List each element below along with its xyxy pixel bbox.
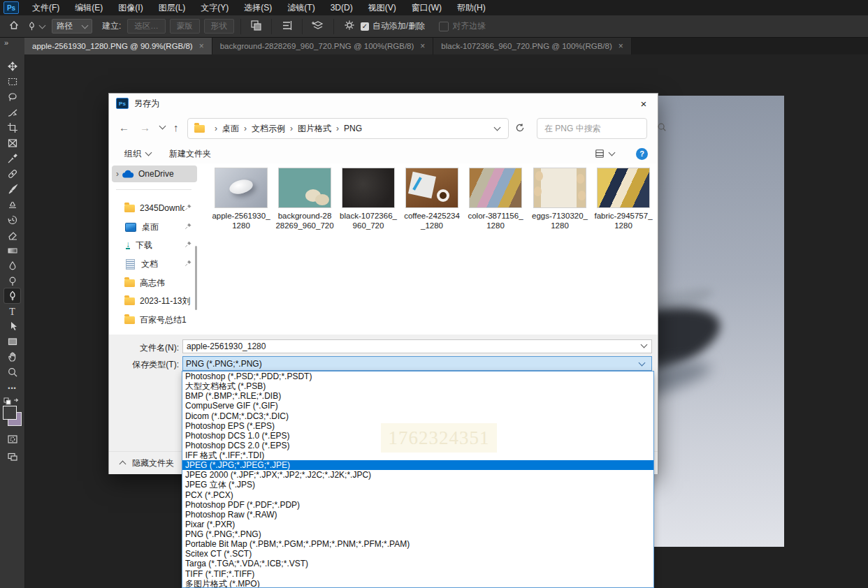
path-arrangement-icon[interactable] [312, 20, 324, 34]
format-option-dcs2[interactable]: Photoshop DCS 2.0 (*.EPS) [182, 441, 653, 450]
frame-tool-icon[interactable] [4, 135, 20, 150]
sidebar-item-2023-11-13[interactable]: 2023-11-13刘 [112, 293, 197, 309]
format-option-targa[interactable]: Targa (*.TGA;*.VDA;*.ICB;*.VST) [182, 559, 653, 568]
foreground-color-swatch[interactable] [3, 406, 17, 420]
marquee-tool-icon[interactable] [4, 74, 20, 89]
menu-image[interactable]: 图像(I) [110, 0, 150, 15]
pen-tool-icon[interactable] [4, 288, 20, 303]
search-input[interactable] [537, 124, 657, 133]
close-icon[interactable]: × [619, 41, 623, 51]
menu-view[interactable]: 视图(V) [361, 0, 404, 15]
hand-tool-icon[interactable] [4, 349, 20, 364]
eyedropper-tool-icon[interactable] [4, 151, 20, 166]
path-alignment-icon[interactable] [281, 20, 293, 34]
eraser-tool-icon[interactable] [4, 228, 20, 242]
breadcrumb-doc-samples[interactable]: 文档示例 [252, 123, 285, 135]
file-item-black[interactable]: black-1072366_ 960_720 [336, 168, 400, 230]
expand-chevron-icon[interactable]: › [116, 169, 119, 179]
sidebar-item-gaozhiwei[interactable]: 高志伟 [112, 274, 197, 291]
tool-mode-select[interactable]: 路径 [52, 19, 92, 34]
menu-layer[interactable]: 图层(L) [151, 0, 194, 15]
menu-filter[interactable]: 滤镜(T) [280, 0, 322, 15]
format-option-pdf[interactable]: Photoshop PDF (*.PDF;*.PDP) [182, 500, 653, 510]
tab-black[interactable]: black-1072366_960_720.PNG @ 100%(RGB/8) … [433, 37, 631, 54]
menu-edit[interactable]: 编辑(E) [67, 0, 110, 15]
format-option-pbm[interactable]: Portable Bit Map (*.PBM;*.PGM;*.PPM;*.PN… [182, 539, 653, 549]
sidebar-item-2345download[interactable]: 2345Downlo [112, 200, 197, 216]
sidebar-item-documents[interactable]: 文档 [112, 256, 197, 272]
path-operations-icon[interactable] [250, 20, 262, 34]
organize-button[interactable]: 组织 [124, 148, 151, 160]
address-dropdown-chevron-icon[interactable] [494, 124, 501, 131]
close-icon[interactable]: × [199, 41, 204, 51]
pen-tool-preset-icon[interactable] [27, 21, 45, 31]
close-icon[interactable]: × [420, 41, 425, 51]
menu-3d[interactable]: 3D(D) [323, 0, 361, 15]
format-option-jps[interactable]: JPEG 立体 (*.JPS) [182, 480, 653, 490]
format-option-gif[interactable]: CompuServe GIF (*.GIF) [182, 401, 653, 411]
object-selection-tool-icon[interactable] [4, 105, 20, 119]
file-item-color[interactable]: color-3871156_ 1280 [463, 168, 528, 230]
quick-mask-icon[interactable] [4, 432, 20, 446]
format-option-png[interactable]: PNG (*.PNG;*.PNG) [182, 529, 653, 539]
dodge-tool-icon[interactable] [4, 274, 20, 288]
sidebar-item-baijiahao[interactable]: 百家号总结1 [112, 311, 197, 328]
tab-background[interactable]: background-2828269_960_720.PNG @ 100%(RG… [212, 37, 434, 54]
back-button[interactable]: ← [119, 122, 129, 133]
breadcrumb-png[interactable]: PNG [344, 124, 362, 133]
format-option-eps[interactable]: Photoshop EPS (*.EPS) [182, 421, 653, 431]
sidebar-item-onedrive[interactable]: › OneDrive [112, 166, 197, 182]
auto-add-delete-checkbox[interactable]: ✓ [361, 22, 369, 31]
menu-file[interactable]: 文件(F) [24, 0, 67, 15]
save-type-select[interactable]: PNG (*.PNG;*.PNG) [182, 356, 652, 371]
file-item-fabric[interactable]: fabric-2945757_ 1280 [591, 168, 656, 230]
help-button[interactable]: ? [636, 148, 648, 160]
hide-folders-button[interactable]: 隐藏文件夹 [132, 457, 174, 469]
file-item-eggs[interactable]: eggs-7130320_ 1280 [528, 168, 592, 230]
up-button[interactable]: ↑ [173, 122, 179, 133]
format-option-iff[interactable]: IFF 格式 (*.IFF;*.TDI) [182, 450, 653, 460]
refresh-icon[interactable] [514, 122, 526, 136]
make-selection-button[interactable]: 选区… [127, 19, 166, 34]
zoom-tool-icon[interactable] [4, 365, 20, 379]
move-tool-icon[interactable] [4, 59, 20, 73]
file-item-background[interactable]: background-28 28269_960_720 [273, 168, 337, 230]
format-option-pixar[interactable]: Pixar (*.PXR) [182, 520, 653, 529]
gear-icon[interactable] [344, 20, 355, 33]
format-option-dcs1[interactable]: Photoshop DCS 1.0 (*.EPS) [182, 431, 653, 441]
breadcrumb-desktop[interactable]: 桌面 [222, 123, 239, 135]
close-dialog-button[interactable]: × [630, 94, 658, 113]
menu-select[interactable]: 选择(S) [236, 0, 280, 15]
view-mode-button[interactable] [595, 149, 614, 159]
new-folder-button[interactable]: 新建文件夹 [169, 148, 211, 160]
menu-help[interactable]: 帮助(H) [449, 0, 493, 15]
rectangle-tool-icon[interactable] [4, 334, 20, 348]
make-shape-button[interactable]: 形状 [204, 19, 234, 34]
tab-apple[interactable]: apple-2561930_1280.PNG @ 90.9%(RGB/8) × [24, 37, 212, 54]
format-option-jpeg[interactable]: JPEG (*.JPG;*.JPEG;*.JPE) [182, 460, 653, 470]
recent-locations-chevron-icon[interactable] [159, 123, 166, 130]
format-option-pcx[interactable]: PCX (*.PCX) [182, 490, 653, 500]
photoshop-logo-icon[interactable]: Ps [3, 1, 19, 14]
home-icon[interactable] [8, 20, 20, 33]
collapse-panel-icon[interactable]: » [4, 38, 8, 47]
lasso-tool-icon[interactable] [4, 89, 20, 104]
search-box[interactable] [537, 118, 647, 139]
format-option-psd[interactable]: Photoshop (*.PSD;*.PDD;*.PSDT) [182, 372, 653, 381]
make-mask-button[interactable]: 蒙版 [170, 19, 200, 34]
path-selection-tool-icon[interactable] [4, 318, 20, 333]
dialog-titlebar[interactable]: Ps 另存为 × [109, 94, 658, 113]
menu-window[interactable]: 窗口(W) [404, 0, 449, 15]
format-option-sct[interactable]: Scitex CT (*.SCT) [182, 549, 653, 559]
clone-stamp-tool-icon[interactable] [4, 197, 20, 212]
format-option-psb[interactable]: 大型文档格式 (*.PSB) [182, 381, 653, 391]
file-name-input[interactable] [182, 339, 652, 353]
format-option-mpo[interactable]: 多图片格式 (*.MPO) [182, 579, 653, 588]
align-edges-checkbox[interactable] [439, 22, 449, 31]
healing-brush-tool-icon[interactable] [4, 166, 20, 181]
type-tool-icon[interactable]: T [4, 304, 20, 319]
edit-toolbar-icon[interactable]: ••• [4, 381, 20, 395]
file-item-apple[interactable]: apple-2561930_ 1280 [209, 168, 273, 230]
history-brush-tool-icon[interactable] [4, 212, 20, 227]
gradient-tool-icon[interactable] [4, 243, 20, 258]
